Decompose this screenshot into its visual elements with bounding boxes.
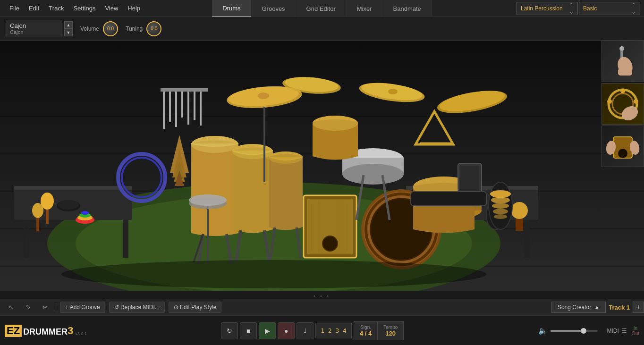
svg-rect-34 xyxy=(200,92,202,126)
svg-rect-4 xyxy=(24,220,29,258)
svg-point-67 xyxy=(342,164,404,185)
volume-label: Volume xyxy=(80,25,99,32)
transport-controls: ↻ ■ ▶ ● ♩ 1 2 3 4 Sign. 4 / 4 Tempo 120 xyxy=(221,321,404,340)
instrument-panel: Cajon Cajon ▲ ▼ Volume 0.0 Tuning 0.0 xyxy=(0,17,644,41)
svg-point-46 xyxy=(232,144,273,159)
thumbnail-3[interactable] xyxy=(602,126,644,167)
menu-track[interactable]: Track xyxy=(44,0,68,17)
menu-file[interactable]: File xyxy=(5,0,24,17)
add-track-button[interactable]: + xyxy=(633,302,644,313)
tempo-label: Tempo xyxy=(383,325,398,330)
play-button[interactable]: ▶ xyxy=(259,322,276,339)
svg-point-56 xyxy=(322,236,338,251)
track-label: Track 1 xyxy=(609,304,630,311)
kit-preset-selector[interactable]: Latin Percussion ⌃⌄ xyxy=(517,2,578,15)
svg-rect-15 xyxy=(36,218,39,231)
song-creator-area: Song Creator ▲ Track 1 + xyxy=(551,302,644,313)
out-label: Out xyxy=(632,331,639,336)
sign-value: 4 / 4 xyxy=(360,330,372,337)
instrument-name: Cajon xyxy=(10,22,58,29)
scissors-tool[interactable]: ✂ xyxy=(39,301,52,314)
svg-point-80 xyxy=(388,89,398,94)
song-creator-button[interactable]: Song Creator ▲ xyxy=(551,302,606,313)
instrument-nav-down[interactable]: ▼ xyxy=(64,29,73,36)
toolbar-separator-1 xyxy=(56,303,56,312)
menu-help[interactable]: Help xyxy=(123,0,145,17)
volume-icon: 🔈 xyxy=(538,326,548,335)
svg-point-99 xyxy=(494,214,507,219)
stop-button[interactable]: ■ xyxy=(240,322,257,339)
logo-3: 3 xyxy=(68,325,73,337)
svg-point-19 xyxy=(81,211,89,215)
pencil-tool[interactable]: ✎ xyxy=(22,301,35,314)
svg-point-95 xyxy=(490,190,511,198)
tuning-label: Tuning xyxy=(126,25,143,32)
record-button[interactable]: ● xyxy=(278,322,295,339)
tab-grid-editor[interactable]: Grid Editor xyxy=(296,0,347,17)
kit-preset-arrow: ⌃⌄ xyxy=(569,2,574,15)
sign-tempo-box: Sign. 4 / 4 Tempo 120 xyxy=(354,321,404,340)
instrument-nav-up[interactable]: ▲ xyxy=(64,21,73,29)
svg-rect-29 xyxy=(169,92,171,122)
pointer-tool[interactable]: ↖ xyxy=(5,301,18,314)
menu-edit[interactable]: Edit xyxy=(24,0,44,17)
menu-view[interactable]: View xyxy=(100,0,123,17)
in-label: In xyxy=(634,326,637,331)
logo-drummer: DRUMMER xyxy=(22,327,68,337)
add-groove-button[interactable]: + Add Groove xyxy=(60,302,105,313)
volume-group: Volume 0.0 xyxy=(80,21,118,36)
svg-point-26 xyxy=(122,158,161,197)
svg-rect-31 xyxy=(181,92,183,118)
svg-rect-89 xyxy=(411,192,486,206)
sign-label: Sign. xyxy=(360,325,371,330)
tempo-value: 120 xyxy=(385,330,396,337)
thumbnails-panel xyxy=(602,41,644,167)
volume-slider[interactable] xyxy=(551,330,598,332)
midi-label: MIDI xyxy=(607,328,619,334)
logo-ez: EZ xyxy=(5,325,22,337)
svg-point-93 xyxy=(61,260,486,288)
thumbnail-1[interactable] xyxy=(602,41,644,82)
volume-slider-knob xyxy=(581,328,586,334)
replace-midi-button[interactable]: ↺ Replace MIDI... xyxy=(109,302,165,313)
tuning-group: Tuning 0.0 xyxy=(126,21,161,36)
svg-point-108 xyxy=(620,89,625,93)
svg-point-14 xyxy=(32,203,43,218)
loop-button[interactable]: ↻ xyxy=(221,322,238,339)
svg-rect-9 xyxy=(524,220,530,258)
tab-mixer[interactable]: Mixer xyxy=(347,0,383,17)
svg-rect-13 xyxy=(46,210,49,224)
tuning-knob[interactable]: 0.0 xyxy=(146,21,161,36)
svg-point-41 xyxy=(191,136,238,153)
svg-rect-27 xyxy=(161,88,208,92)
tab-drums[interactable]: Drums xyxy=(212,0,251,17)
svg-point-106 xyxy=(607,99,612,104)
metronome-button[interactable]: ♩ xyxy=(297,322,314,339)
svg-rect-24 xyxy=(516,219,523,231)
transport-bar: EZ DRUMMER 3 v3.0.1 ↻ ■ ▶ ● ♩ 1 2 3 4 Si… xyxy=(0,316,644,345)
midi-settings-icon[interactable]: ☰ xyxy=(622,328,627,334)
tab-grooves[interactable]: Grooves xyxy=(251,0,296,17)
style-preset-selector[interactable]: Basic ⌃⌄ xyxy=(579,2,640,15)
thumbnail-2[interactable] xyxy=(602,83,644,125)
instrument-selector[interactable]: Cajon Cajon xyxy=(6,20,62,37)
volume-area: 🔈 xyxy=(538,326,598,335)
midi-area: MIDI ☰ In Out xyxy=(607,326,639,336)
menu-settings[interactable]: Settings xyxy=(68,0,100,17)
menu-bar: File Edit Track Settings View Help Drums… xyxy=(0,0,644,17)
style-preset-arrow: ⌃⌄ xyxy=(631,2,636,15)
svg-rect-5 xyxy=(123,220,128,258)
volume-knob[interactable]: 0.0 xyxy=(103,21,118,36)
svg-point-11 xyxy=(58,200,79,210)
edit-play-style-button[interactable]: ⊙ Edit Play Style xyxy=(169,302,222,313)
svg-point-50 xyxy=(269,151,303,164)
instrument-nav: ▲ ▼ xyxy=(64,21,73,36)
svg-rect-33 xyxy=(194,92,195,120)
svg-point-76 xyxy=(258,93,269,99)
tab-bandmate[interactable]: Bandmate xyxy=(383,0,432,17)
tab-bar: Drums Grooves Grid Editor Mixer Bandmate xyxy=(212,0,432,17)
svg-rect-28 xyxy=(163,92,165,129)
sign-box[interactable]: Sign. 4 / 4 xyxy=(354,322,378,340)
tempo-box[interactable]: Tempo 120 xyxy=(378,322,403,340)
in-out-indicator: In Out xyxy=(632,326,639,336)
